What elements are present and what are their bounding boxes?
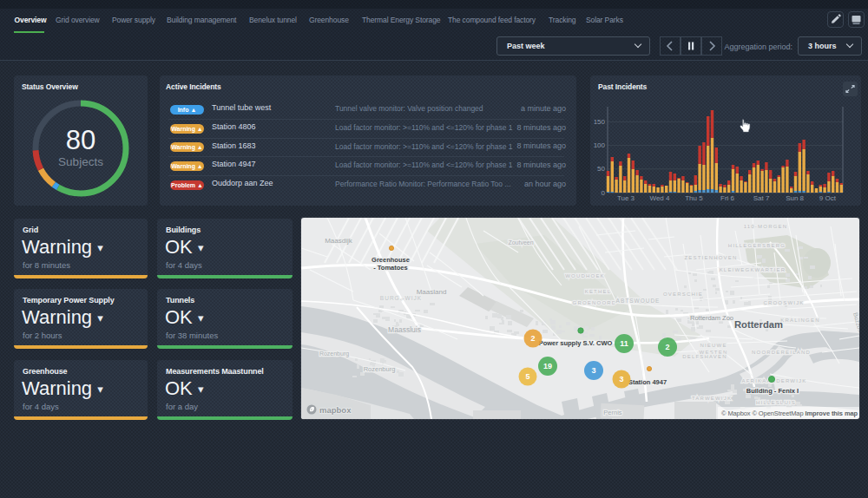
svg-text:Fri 6: Fri 6 xyxy=(720,194,735,202)
svg-text:mapbox: mapbox xyxy=(319,405,352,415)
svg-text:100: 100 xyxy=(594,141,606,149)
svg-text:Rotterdam Zoo: Rotterdam Zoo xyxy=(690,314,733,322)
svg-text:0: 0 xyxy=(602,189,606,197)
svg-text:Sun 8: Sun 8 xyxy=(786,194,804,202)
svg-text:Rotterdam: Rotterdam xyxy=(734,319,783,330)
svg-text:150: 150 xyxy=(594,118,606,126)
svg-text:Rozenburg: Rozenburg xyxy=(319,351,349,357)
svg-text:KRALINGEN: KRALINGEN xyxy=(780,318,819,323)
svg-text:ABTSWOUDE: ABTSWOUDE xyxy=(616,298,661,304)
svg-text:WOUDHOEK: WOUDHOEK xyxy=(565,273,605,278)
svg-text:© Mapbox © OpenStreetMap Impro: © Mapbox © OpenStreetMap Improve this ma… xyxy=(721,410,858,417)
svg-text:Station 4947: Station 4947 xyxy=(628,378,667,386)
svg-text:50: 50 xyxy=(597,165,605,173)
svg-text:KETHEL: KETHEL xyxy=(585,289,612,294)
svg-text:BURG.-WIJK: BURG.-WIJK xyxy=(380,295,422,301)
svg-text:Thu 5: Thu 5 xyxy=(685,194,703,202)
svg-text:3: 3 xyxy=(619,375,623,383)
svg-text:CROOSWIJK: CROOSWIJK xyxy=(763,300,804,305)
svg-text:3: 3 xyxy=(591,366,595,375)
svg-text:Building - Fenix I: Building - Fenix I xyxy=(746,387,799,395)
svg-text:TARWEWIJK: TARWEWIJK xyxy=(692,396,732,401)
svg-text:HILLESLUIS: HILLESLUIS xyxy=(756,400,796,405)
svg-text:ZESTIENHOVEN: ZESTIENHOVEN xyxy=(684,255,737,260)
svg-text:GROENOORD: GROENOORD xyxy=(573,300,617,305)
svg-text:Zoutveen: Zoutveen xyxy=(508,239,533,246)
svg-text:11: 11 xyxy=(620,339,628,348)
svg-text:- Tomatoes: - Tomatoes xyxy=(373,264,407,272)
svg-text:19: 19 xyxy=(543,362,552,370)
svg-text:110-MORGEN: 110-MORGEN xyxy=(744,224,788,229)
svg-text:Tue 3: Tue 3 xyxy=(617,194,635,202)
svg-text:Maasdijk: Maasdijk xyxy=(325,237,353,245)
svg-text:5: 5 xyxy=(525,372,529,381)
svg-text:Sat 7: Sat 7 xyxy=(753,194,770,202)
svg-text:2: 2 xyxy=(665,343,669,351)
svg-text:Maassluis: Maassluis xyxy=(388,325,421,334)
svg-text:Greenhouse: Greenhouse xyxy=(372,256,410,264)
svg-text:HILLEGERSBERG: HILLEGERSBERG xyxy=(728,243,786,248)
svg-text:KLEIWEGKWARTIER: KLEIWEGKWARTIER xyxy=(720,267,786,272)
svg-text:9 Oct: 9 Oct xyxy=(819,194,837,202)
svg-text:Pernis: Pernis xyxy=(603,409,622,416)
svg-text:Wed 4: Wed 4 xyxy=(650,194,671,202)
svg-text:NOORDEREILAND: NOORDEREILAND xyxy=(752,350,811,355)
svg-text:2: 2 xyxy=(530,334,535,343)
svg-text:OVERSCHIE: OVERSCHIE xyxy=(663,292,703,297)
svg-text:Rozenburg: Rozenburg xyxy=(364,365,396,373)
svg-text:DELFSHAVEN: DELFSHAVEN xyxy=(682,354,727,359)
svg-text:Subjects: Subjects xyxy=(58,155,103,168)
svg-text:Power supply S.V. CWO: Power supply S.V. CWO xyxy=(539,339,613,347)
svg-text:80: 80 xyxy=(66,125,95,155)
svg-text:NIEUWE: NIEUWE xyxy=(700,343,727,348)
